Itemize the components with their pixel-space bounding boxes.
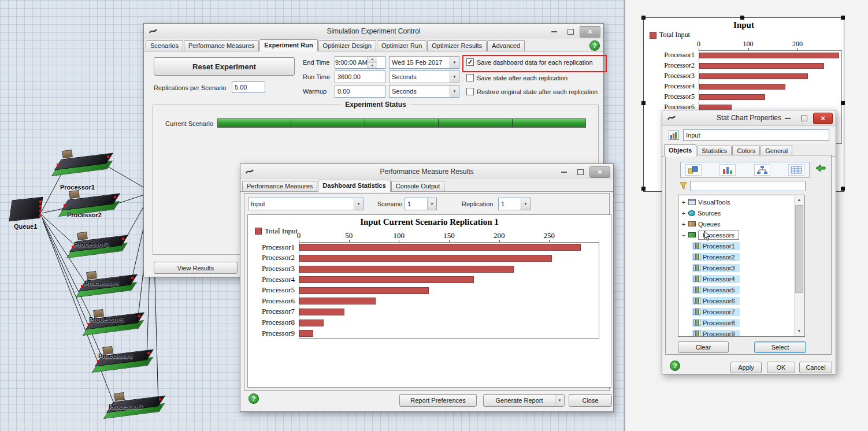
close-button[interactable]: × — [580, 26, 600, 38]
tab-dashboard-statistics[interactable]: Dashboard Statistics — [318, 180, 390, 192]
tree-group-processors[interactable]: −Processors — [678, 229, 804, 240]
bar — [299, 266, 514, 273]
resize-handle[interactable] — [841, 101, 845, 105]
replication-value: 1 — [499, 200, 521, 207]
report-preferences-button[interactable]: Report Preferences — [399, 394, 477, 407]
tree-group-queues[interactable]: +Queues — [678, 218, 804, 229]
maximize-button[interactable] — [573, 167, 587, 177]
tree-item-processor6[interactable]: Processor6 — [678, 295, 804, 306]
scenario-select[interactable]: 1 ▼ — [405, 198, 437, 210]
maximize-button[interactable] — [563, 27, 577, 37]
resize-handle[interactable] — [641, 101, 646, 105]
expand-icon[interactable]: + — [681, 210, 686, 217]
performance-measure-results-window: Performance Measure Results × Performanc… — [240, 164, 614, 412]
end-date-select[interactable]: Wed 15 Feb 2017 ▼ — [389, 56, 459, 69]
resize-handle[interactable] — [841, 16, 845, 20]
time-spinner[interactable]: ▲▼ — [368, 57, 377, 68]
spin-up-icon[interactable]: ▲ — [368, 57, 377, 63]
tree-item-processor4[interactable]: Processor4 — [678, 273, 804, 284]
save-state-checkbox-row[interactable]: Save state after each replication — [466, 74, 567, 81]
checkbox-unchecked-icon[interactable] — [466, 74, 474, 81]
x-tick-mark — [699, 48, 699, 50]
run-time-input[interactable]: 3600.00 — [335, 70, 385, 83]
tab-optimizer-design[interactable]: Optimizer Design — [318, 40, 376, 51]
scroll-up-icon[interactable]: ▲ — [795, 196, 804, 205]
tree-group-sources[interactable]: +Sources — [678, 207, 804, 218]
tab-console-output[interactable]: Console Output — [391, 181, 444, 191]
sampler-arrow-icon[interactable] — [815, 164, 826, 173]
minimize-button[interactable] — [781, 113, 795, 124]
minimize-button[interactable] — [547, 27, 561, 37]
tab-objects[interactable]: Objects — [664, 144, 696, 157]
generate-report-dropdown-icon[interactable]: ▼ — [555, 395, 564, 406]
help-icon[interactable]: ? — [589, 40, 600, 51]
resize-handle[interactable] — [641, 16, 646, 20]
tree-item-processor2[interactable]: Processor2 — [678, 251, 804, 262]
maximize-button[interactable] — [797, 113, 811, 124]
tab-performance-measures[interactable]: Performance Measures — [242, 181, 317, 191]
save-dashboard-checkbox-row[interactable]: ✓ Save dashboard data for each replicati… — [466, 58, 593, 66]
close-button[interactable]: × — [813, 113, 833, 124]
tree-scrollbar[interactable]: ▲ ▼ — [794, 196, 804, 336]
window-titlebar[interactable]: Performance Measure Results × — [240, 164, 613, 180]
collapse-icon[interactable]: − — [681, 232, 686, 239]
chart-legend: Total Input — [650, 31, 690, 39]
warmup-input[interactable]: 0.00 — [335, 85, 385, 98]
close-button[interactable]: × — [589, 166, 610, 178]
close-results-button[interactable]: Close — [569, 394, 612, 407]
scrollbar-thumb[interactable] — [795, 205, 803, 293]
view-results-button[interactable]: View Results — [154, 262, 238, 274]
checkbox-unchecked-icon[interactable] — [466, 88, 474, 95]
resize-handle[interactable] — [841, 187, 845, 191]
run-time-unit-select[interactable]: Seconds ▼ — [389, 70, 459, 83]
tree-item-processor8[interactable]: Processor8 — [678, 317, 804, 328]
spin-down-icon[interactable]: ▼ — [368, 63, 377, 69]
window-titlebar[interactable]: Simulation Experiment Control × — [144, 24, 603, 39]
queue-object[interactable] — [10, 198, 45, 222]
help-icon[interactable]: ? — [248, 393, 259, 404]
tree-group-visualtools[interactable]: +VisualTools — [678, 196, 804, 207]
replications-input[interactable]: 5.00 — [232, 81, 265, 93]
help-icon[interactable]: ? — [670, 361, 680, 371]
tree-item-processor7[interactable]: Processor7 — [678, 306, 804, 317]
tab-optimizer-results[interactable]: Optimizer Results — [427, 40, 487, 51]
tree-item-processor1[interactable]: Processor1 — [678, 240, 804, 251]
minimize-button[interactable] — [557, 167, 571, 177]
progress-segment — [439, 119, 512, 127]
chart-name-input[interactable]: Input — [683, 129, 829, 141]
hierarchy-icon[interactable] — [754, 164, 770, 176]
end-time-input[interactable]: 9:00:00 AM ▲▼ — [335, 56, 385, 69]
replication-select[interactable]: 1 ▼ — [498, 198, 531, 210]
measure-select[interactable]: Input ▼ — [248, 198, 363, 210]
port-icon — [159, 398, 161, 400]
tree-item-processor9[interactable]: Processor9 — [678, 328, 804, 337]
restore-state-checkbox-row[interactable]: Restore original state after each replic… — [466, 88, 598, 95]
cancel-button[interactable]: Cancel — [799, 362, 832, 373]
bar-chart-icon[interactable] — [719, 164, 736, 176]
warmup-unit-select[interactable]: Seconds ▼ — [389, 85, 459, 98]
reset-experiment-button[interactable]: Reset Experiment — [154, 57, 295, 76]
resize-handle[interactable] — [641, 187, 646, 191]
tab-performance-measures[interactable]: Performance Measures — [184, 40, 259, 51]
ok-button[interactable]: OK — [767, 362, 795, 373]
apply-button[interactable]: Apply — [730, 362, 762, 373]
tab-scenarios[interactable]: Scenarios — [146, 40, 183, 51]
window-titlebar[interactable]: Stat Chart Properties × — [662, 110, 836, 126]
tab-experiment-run[interactable]: Experiment Run — [259, 39, 317, 51]
generate-report-button[interactable]: Generate Report ▼ — [483, 394, 565, 407]
checkbox-checked-icon[interactable]: ✓ — [466, 58, 474, 66]
tab-optimizer-run[interactable]: Optimizer Run — [377, 40, 426, 51]
scroll-down-icon[interactable]: ▼ — [795, 327, 804, 336]
filter-input[interactable] — [690, 181, 806, 191]
sample-objects-icon[interactable] — [685, 164, 702, 176]
expand-icon[interactable]: + — [681, 221, 686, 228]
resize-handle[interactable] — [740, 16, 744, 20]
expand-icon[interactable]: + — [681, 199, 686, 206]
table-icon[interactable] — [788, 164, 804, 176]
tree-item-processor5[interactable]: Processor5 — [678, 284, 804, 295]
tab-advanced[interactable]: Advanced — [487, 40, 525, 51]
processor-object-1[interactable] — [55, 149, 111, 176]
select-button[interactable]: Select — [754, 341, 806, 353]
tree-item-processor3[interactable]: Processor3 — [678, 262, 804, 273]
clear-button[interactable]: Clear — [678, 341, 729, 353]
